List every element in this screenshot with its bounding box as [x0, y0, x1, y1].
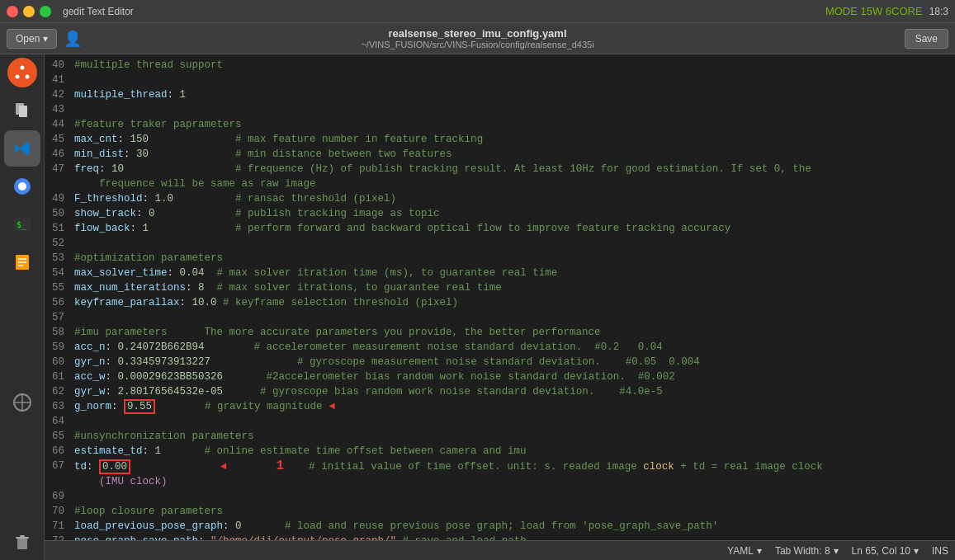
code-line-61: 61 acc_w: 0.00029623BB50326 #2accelerome…: [45, 369, 955, 384]
insert-mode: INS: [932, 545, 948, 557]
svg-point-1: [20, 66, 24, 70]
svg-rect-19: [20, 535, 25, 537]
tab-width-selector[interactable]: Tab Width: 8 ▾: [775, 545, 839, 557]
ln-col-dropdown-icon: ▾: [914, 545, 919, 557]
code-line-60: 60 gyr_n: 0.3345973913227 # gyroscope me…: [45, 355, 955, 369]
toolbar: Open ▾ 👤 realsense_stereo_imu_config.yam…: [0, 23, 955, 54]
code-line-47: 47 freq: 10 # frequence (Hz) of publish …: [45, 162, 955, 176]
code-line-40: 40 #multiple thread support: [45, 58, 955, 73]
tab-width-dropdown-icon: ▾: [834, 545, 839, 557]
yaml-label: YAML: [727, 545, 754, 557]
save-button[interactable]: Save: [905, 29, 948, 49]
tab-width-label: Tab Width: 8: [775, 545, 830, 557]
code-line-65: 65 #unsynchronization parameters: [45, 429, 955, 444]
ins-label: INS: [932, 545, 948, 557]
svg-rect-5: [19, 106, 27, 117]
code-line-49: 49 F_threshold: 1.0 # ransac threshold (…: [45, 191, 955, 206]
code-line-44: 44 #feature traker paprameters: [45, 117, 955, 132]
close-button[interactable]: [7, 6, 18, 17]
code-line-68: (IMU clock): [45, 474, 955, 489]
code-line-67: 67 td: 0.00 ◄1 # initial value of time o…: [45, 459, 955, 474]
chrome-icon[interactable]: [4, 168, 40, 205]
system-tray: MODE 15W 6CORE 18:3: [825, 5, 948, 17]
apps-icon[interactable]: [4, 384, 40, 421]
clock: 18:3: [929, 6, 948, 17]
code-line-48: frequence will be same as raw image: [45, 176, 955, 191]
code-line-72: 72 pose_graph_save_path: "/home/dji/outp…: [45, 534, 955, 540]
code-line-70: 70 #loop closure parameters: [45, 504, 955, 519]
trash-icon[interactable]: [4, 524, 40, 560]
yaml-selector[interactable]: YAML ▾: [727, 545, 762, 557]
window-title: gedit Text Editor: [63, 6, 134, 17]
code-line-42: 42 multiple_thread: 1: [45, 87, 955, 102]
code-line-57: 57: [45, 310, 955, 325]
code-line-54: 54 max_solver_time: 0.04 # max solver it…: [45, 266, 955, 280]
code-line-63: 63 g_norm: 9.55 # gravity magnitude◄: [45, 399, 955, 414]
editor-area[interactable]: 40 #multiple thread support 41 42 multip…: [45, 54, 955, 540]
minimize-button[interactable]: [23, 6, 35, 17]
ln-col-selector[interactable]: Ln 65, Col 10 ▾: [852, 545, 919, 557]
terminal-icon[interactable]: $_: [4, 206, 40, 242]
code-line-64: 64: [45, 414, 955, 429]
svg-rect-18: [16, 537, 29, 539]
code-line-50: 50 show_track: 0 # publish tracking imag…: [45, 206, 955, 221]
contact-icon: 👤: [64, 30, 82, 48]
code-line-51: 51 flow_back: 1 # perform forward and ba…: [45, 221, 955, 236]
file-path: ~/VINS_FUSION/src/VINS-Fusion/config/rea…: [361, 40, 593, 49]
svg-point-3: [25, 75, 29, 79]
svg-point-2: [15, 75, 19, 79]
code-line-53: 53 #optimization parameters: [45, 251, 955, 266]
title-bar-left: gedit Text Editor: [7, 6, 134, 17]
svg-text:$_: $_: [17, 220, 27, 230]
code-line-62: 62 gyr_w: 2.80176564532e-05 # gyroscope …: [45, 384, 955, 399]
code-line-59: 59 acc_n: 0.24072B662B94 # accelerometer…: [45, 340, 955, 355]
vscode-icon[interactable]: [4, 130, 40, 167]
code-line-56: 56 keyframe_parallax: 10.0 # keyframe se…: [45, 295, 955, 310]
code-line-46: 46 min_dist: 30 # min distance between t…: [45, 147, 955, 162]
toolbar-center: realsense_stereo_imu_config.yaml ~/VINS_…: [361, 27, 593, 49]
code-line-66: 66 estimate_td: 1 # online estimate time…: [45, 444, 955, 459]
svg-point-7: [18, 182, 26, 191]
main-area: $_ 40 #multiple thread support 41: [0, 54, 955, 560]
yaml-dropdown-icon: ▾: [757, 545, 762, 557]
notes-icon[interactable]: [4, 244, 40, 280]
code-line-52: 52: [45, 236, 955, 251]
title-bar: gedit Text Editor MODE 15W 6CORE 18:3: [0, 0, 955, 23]
left-sidebar: $_: [0, 54, 45, 560]
status-bar: YAML ▾ Tab Width: 8 ▾ Ln 65, Col 10 ▾ IN…: [45, 540, 955, 560]
code-line-58: 58 #imu parameters The more accurate par…: [45, 325, 955, 340]
open-button[interactable]: Open ▾: [7, 29, 57, 49]
svg-rect-17: [17, 539, 27, 549]
code-line-69: 69: [45, 489, 955, 504]
code-line-43: 43: [45, 102, 955, 117]
nvidia-icon: MODE 15W 6CORE: [825, 5, 923, 17]
ln-col-label: Ln 65, Col 10: [852, 545, 910, 557]
maximize-button[interactable]: [40, 6, 51, 17]
editor-wrapper: 40 #multiple thread support 41 42 multip…: [45, 54, 955, 560]
file-name: realsense_stereo_imu_config.yaml: [361, 27, 593, 40]
code-line-55: 55 max_num_iterations: 8 # max solver it…: [45, 280, 955, 295]
files-icon[interactable]: [4, 92, 40, 129]
code-line-45: 45 max_cnt: 150 # max feature number in …: [45, 132, 955, 147]
code-line-71: 71 load_previous_pose_graph: 0 # load an…: [45, 519, 955, 534]
ubuntu-icon[interactable]: [7, 58, 37, 87]
code-line-41: 41: [45, 73, 955, 87]
